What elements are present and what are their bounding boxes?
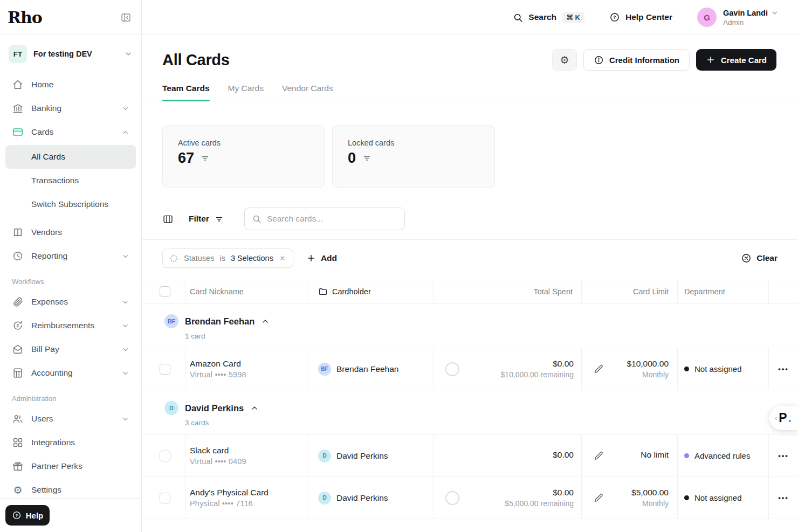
table-header-row: Card Nickname Cardholder Total Spent Car… xyxy=(142,280,798,303)
sidebar-collapse-icon[interactable] xyxy=(120,12,132,23)
edit-pencil-icon[interactable] xyxy=(594,364,604,374)
sidebar-item-reimbursements[interactable]: $ Reimbursements xyxy=(5,314,136,337)
sidebar-item-bill-pay[interactable]: Bill Pay xyxy=(5,337,136,361)
col-card-limit: Card Limit xyxy=(581,280,677,303)
cards-search-input[interactable] xyxy=(267,214,397,224)
folder-icon xyxy=(318,287,328,296)
select-all-checkbox[interactable] xyxy=(160,286,170,297)
row-checkbox[interactable] xyxy=(160,364,170,375)
sidebar-item-expenses[interactable]: Expenses xyxy=(5,290,136,314)
chevron-down-icon xyxy=(121,105,129,113)
cardholder-cell: D David Perkins xyxy=(308,435,433,476)
grid-icon xyxy=(12,437,24,448)
edit-pencil-icon[interactable] xyxy=(594,451,604,461)
edge-widget[interactable]: ‹ P . xyxy=(769,406,798,430)
gift-icon xyxy=(12,460,24,472)
group-name: Brendan Feehan xyxy=(185,316,254,327)
row-checkbox[interactable] xyxy=(160,451,170,461)
close-icon[interactable] xyxy=(279,254,286,262)
sidebar-item-switch-subscriptions[interactable]: Switch Subscriptions xyxy=(5,192,136,216)
sidebar-item-users[interactable]: Users xyxy=(5,407,136,431)
chevron-down-icon xyxy=(121,369,129,377)
workspace-switcher[interactable]: FT For testing DEV xyxy=(4,40,137,67)
user-menu[interactable]: G Gavin Landi Admin xyxy=(697,8,779,27)
cardholder-cell: D David Perkins xyxy=(308,477,433,519)
statuses-filter-chip[interactable]: Statuses is 3 Selections xyxy=(162,248,293,268)
sidebar-item-all-cards[interactable]: All Cards xyxy=(5,145,136,169)
cards-search-box xyxy=(244,208,405,230)
row-menu-button[interactable]: ••• xyxy=(778,494,789,502)
sidebar-item-label: All Cards xyxy=(31,152,65,162)
question-circle-icon: ? xyxy=(12,510,22,520)
card-limit-cell: $5,000.00 Monthly xyxy=(581,477,677,519)
chevron-up-icon[interactable] xyxy=(261,317,270,326)
actions-cell: ••• xyxy=(768,477,798,519)
filter-button[interactable]: Filter xyxy=(189,214,224,224)
help-button[interactable]: ? Help xyxy=(5,505,50,526)
widget-logo-dot: . xyxy=(788,411,792,425)
filter-icon[interactable] xyxy=(201,154,210,163)
chevron-down-icon xyxy=(121,415,129,423)
circle-x-icon xyxy=(741,253,752,264)
spent-amount: $0.00 xyxy=(553,488,574,498)
chip-operator: is xyxy=(219,254,225,262)
sidebar-item-label: Cards xyxy=(31,127,53,137)
widget-logo: P xyxy=(779,411,786,425)
limit-amount: $10,000.00 xyxy=(627,359,669,369)
edit-pencil-icon[interactable] xyxy=(594,493,604,503)
select-cell xyxy=(142,477,185,519)
create-card-button[interactable]: Create Card xyxy=(696,49,776,71)
chevron-left-icon: ‹ xyxy=(775,414,777,422)
card-nickname-cell[interactable]: Andy's Physical Card Physical •••• 7116 xyxy=(185,477,308,519)
department-dot xyxy=(684,367,689,371)
sidebar-item-banking[interactable]: Banking xyxy=(5,96,136,120)
credit-information-button[interactable]: Credit Information xyxy=(583,49,690,71)
columns-icon[interactable] xyxy=(162,213,174,225)
avatar: D xyxy=(164,401,178,415)
row-menu-button[interactable]: ••• xyxy=(778,452,789,460)
card-nickname-cell[interactable]: Amazon Card Virtual •••• 5998 xyxy=(185,348,308,390)
sidebar-item-reporting[interactable]: Reporting xyxy=(5,244,136,268)
filter-icon[interactable] xyxy=(362,154,372,163)
avatar: D xyxy=(318,450,331,462)
sidebar-item-transactions[interactable]: Transactions xyxy=(5,169,136,192)
active-cards-stat: Active cards 67 xyxy=(162,125,325,188)
row-menu-button[interactable]: ••• xyxy=(778,365,789,373)
row-checkbox[interactable] xyxy=(160,493,170,503)
add-filter-button[interactable]: Add xyxy=(306,253,337,263)
chevron-up-icon[interactable] xyxy=(250,404,259,412)
sidebar-item-home[interactable]: Home xyxy=(5,73,136,96)
actions-cell: ••• xyxy=(768,435,798,476)
department-cell: Not assigned xyxy=(677,348,768,390)
card-nickname-cell[interactable]: Slack card Virtual •••• 0409 xyxy=(185,435,308,476)
help-center-button[interactable]: ? Help Center xyxy=(609,12,672,23)
sidebar-item-settings[interactable]: ⚙ Settings xyxy=(5,478,136,498)
gear-icon: ⚙ xyxy=(12,485,24,495)
chevron-down-icon xyxy=(121,322,129,330)
cardholder-cell: BF Brendan Feehan xyxy=(308,348,433,390)
global-search-button[interactable]: Search ⌘ K xyxy=(513,12,584,23)
main-area: Search ⌘ K ? Help Center G Gavin Landi A… xyxy=(142,0,798,532)
table-row: Amazon Card Virtual •••• 5998 BF Brendan… xyxy=(142,348,798,390)
users-icon xyxy=(12,413,24,425)
department-label: Not assigned xyxy=(694,493,742,502)
chevron-down-icon xyxy=(121,298,129,306)
clear-filters-button[interactable]: Clear xyxy=(741,253,778,264)
sidebar-item-cards[interactable]: Cards xyxy=(5,120,136,144)
card-settings-button[interactable]: ⚙ xyxy=(552,49,577,71)
col-cardholder[interactable]: Cardholder xyxy=(308,280,433,303)
sidebar-item-vendors[interactable]: Vendors xyxy=(5,220,136,244)
cards-tabs: Team Cards My Cards Vendor Cards xyxy=(142,84,798,101)
tab-vendor-cards[interactable]: Vendor Cards xyxy=(282,84,333,101)
spend-progress-ring xyxy=(445,362,459,376)
sidebar-item-accounting[interactable]: Accounting xyxy=(5,361,136,385)
sidebar-item-label: Reporting xyxy=(31,251,67,261)
svg-text:?: ? xyxy=(15,513,18,518)
credit-information-label: Credit Information xyxy=(609,56,679,65)
sidebar-item-partner-perks[interactable]: Partner Perks xyxy=(5,454,136,478)
group-card-count: 1 card xyxy=(185,332,798,340)
tab-my-cards[interactable]: My Cards xyxy=(228,84,264,101)
select-cell xyxy=(142,348,185,390)
sidebar-item-integrations[interactable]: Integrations xyxy=(5,431,136,454)
tab-team-cards[interactable]: Team Cards xyxy=(162,84,210,101)
